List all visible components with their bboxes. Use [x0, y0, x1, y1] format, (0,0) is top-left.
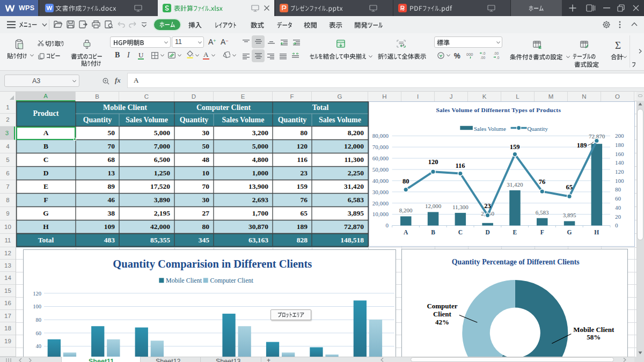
svg-text:Client: Client	[433, 309, 452, 317]
svg-text:31,420: 31,420	[507, 181, 523, 187]
svg-text:80: 80	[615, 186, 621, 193]
svg-text:000: 000	[466, 52, 473, 57]
svg-text:116: 116	[455, 162, 465, 169]
svg-text:180: 180	[615, 141, 624, 147]
svg-text:3,895: 3,895	[563, 212, 576, 218]
svg-text:23: 23	[484, 202, 491, 209]
svg-text:G: G	[567, 228, 572, 235]
svg-text:60,000: 60,000	[372, 154, 389, 161]
svg-text:189: 189	[577, 141, 587, 149]
svg-text:140: 140	[615, 159, 624, 166]
svg-text:D: D	[485, 228, 489, 235]
svg-text:6,583: 6,583	[536, 209, 549, 215]
svg-text:40: 40	[615, 204, 621, 210]
svg-text:40,000: 40,000	[372, 177, 389, 183]
svg-text:160: 160	[615, 150, 624, 157]
svg-text:120: 120	[428, 158, 438, 165]
svg-text:.00: .00	[480, 56, 485, 60]
svg-text:20: 20	[615, 213, 621, 219]
svg-text:100: 100	[615, 177, 624, 183]
svg-text:40: 40	[36, 343, 42, 349]
svg-text:80: 80	[36, 317, 42, 323]
svg-text:.0: .0	[496, 56, 500, 60]
svg-text:Sales Volume: Sales Volume	[474, 125, 506, 131]
svg-text:12,000: 12,000	[425, 203, 442, 209]
svg-text:A: A	[404, 228, 408, 235]
svg-text:C: C	[458, 228, 463, 235]
svg-text:E: E	[513, 228, 517, 235]
svg-text:Quantity Percentage of Differe: Quantity Percentage of Different Clients	[451, 258, 579, 266]
svg-text:76: 76	[539, 178, 546, 186]
svg-text:Mobile Client: Mobile Client	[166, 277, 202, 284]
svg-text:0: 0	[386, 222, 389, 228]
svg-text:50,000: 50,000	[372, 166, 389, 172]
svg-text:60: 60	[615, 195, 621, 202]
svg-text:Quantity Comparision in Differ: Quantity Comparision in Different Client…	[113, 258, 312, 270]
svg-text:10,000: 10,000	[372, 211, 389, 217]
svg-text:58%: 58%	[587, 333, 601, 341]
svg-text:Mobile Client: Mobile Client	[573, 326, 614, 334]
svg-text:70,000: 70,000	[372, 144, 389, 150]
svg-text:159: 159	[510, 143, 520, 150]
svg-text:60: 60	[36, 330, 42, 336]
svg-text:Quantity: Quantity	[527, 125, 548, 131]
svg-text:120: 120	[33, 291, 41, 297]
svg-text:80,000: 80,000	[372, 132, 389, 139]
svg-text:Computer: Computer	[427, 301, 457, 309]
svg-text:H: H	[594, 228, 599, 235]
svg-text:100: 100	[33, 304, 41, 309]
svg-text:200: 200	[615, 132, 624, 139]
svg-text:80: 80	[402, 178, 409, 185]
svg-text:F: F	[540, 228, 544, 235]
svg-text:42%: 42%	[435, 317, 449, 326]
svg-text:.0: .0	[482, 51, 486, 55]
svg-text:65: 65	[566, 183, 573, 190]
svg-text:120: 120	[615, 168, 624, 175]
svg-text:B: B	[431, 228, 435, 235]
svg-text:.00: .00	[494, 51, 499, 55]
svg-text:11,300: 11,300	[452, 203, 469, 210]
svg-text:0: 0	[615, 222, 618, 228]
svg-text:30,000: 30,000	[372, 188, 389, 195]
svg-text:Computer Client: Computer Client	[210, 277, 254, 284]
svg-text:Sales Volume of Diffenernt Typ: Sales Volume of Diffenernt Types of Prod…	[436, 107, 561, 113]
svg-text:8,200: 8,200	[399, 207, 413, 213]
svg-text:20,000: 20,000	[372, 200, 389, 206]
